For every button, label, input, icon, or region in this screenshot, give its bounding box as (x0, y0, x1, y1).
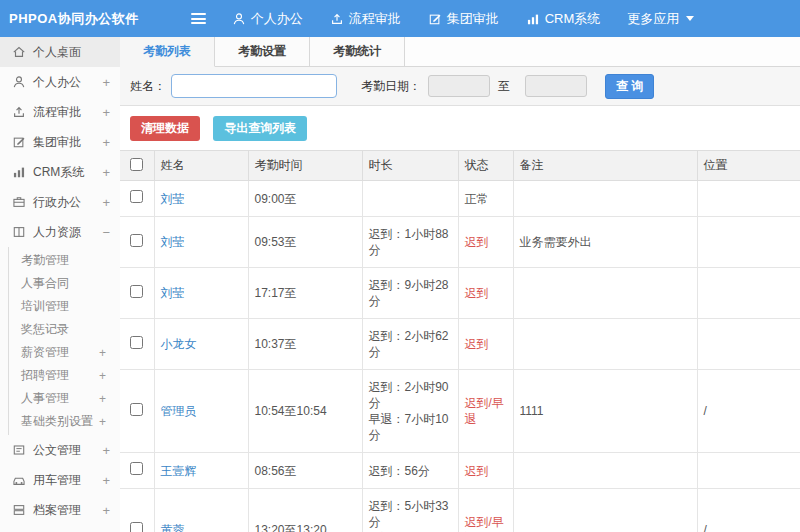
employee-name-link[interactable]: 刘莹 (161, 235, 185, 249)
sidebar-subitem-7[interactable]: 人事管理+ (9, 387, 120, 410)
table-row: 刘莹09:53至迟到：1小时88分迟到业务需要外出 (120, 217, 800, 268)
employee-name-link[interactable]: 小龙女 (161, 337, 197, 351)
sidebar-item-1[interactable]: 个人桌面 (0, 37, 120, 67)
sidebar-item-10[interactable]: 档案管理+ (0, 495, 120, 525)
select-all-checkbox[interactable] (130, 158, 143, 171)
table-row: 管理员10:54至10:54迟到：2小时90分早退：7小时10分迟到/早退111… (120, 370, 800, 453)
sidebar-item-9[interactable]: 用车管理+ (0, 465, 120, 495)
row-checkbox[interactable] (130, 234, 143, 247)
remark-cell: 1111 (513, 370, 697, 453)
date-to-input[interactable] (525, 75, 587, 97)
export-list-button[interactable]: 导出查询列表 (213, 116, 307, 141)
row-select-cell (120, 319, 154, 370)
sidebar-subitem-3[interactable]: 培训管理 (9, 295, 120, 318)
employee-name-link[interactable]: 刘莹 (161, 286, 185, 300)
attendance-table: 姓名考勤时间时长状态备注位置 刘莹09:00至正常刘莹09:53至迟到：1小时8… (120, 150, 800, 532)
expand-toggle-icon[interactable]: + (99, 369, 106, 383)
search-button[interactable]: 查 询 (605, 74, 654, 99)
sidebar-item-label: 个人办公 (33, 74, 102, 91)
expand-toggle-icon[interactable]: + (102, 165, 110, 180)
column-header-3: 时长 (362, 151, 458, 181)
row-select-cell (120, 489, 154, 532)
tab-1[interactable]: 考勤列表 (120, 37, 215, 67)
sidebar-subitem-6[interactable]: 招聘管理+ (9, 364, 120, 387)
sidebar-subitem-5[interactable]: 薪资管理+ (9, 341, 120, 364)
duration-cell: 迟到：9小时28分 (362, 268, 458, 319)
menu-icon[interactable] (191, 13, 206, 24)
sidebar-item-label: 流程审批 (33, 104, 102, 121)
row-select-cell (120, 453, 154, 489)
status-cell: 迟到 (458, 453, 513, 489)
expand-toggle-icon[interactable]: + (102, 75, 110, 90)
sidebar-item-6[interactable]: 行政办公+ (0, 187, 120, 217)
tab-2[interactable]: 考勤设置 (215, 37, 310, 66)
expand-toggle-icon[interactable]: + (99, 346, 106, 360)
employee-name-link[interactable]: 刘莹 (161, 192, 185, 206)
name-cell: 刘莹 (154, 268, 248, 319)
sidebar-item-4[interactable]: 集团审批+ (0, 127, 120, 157)
briefcase-icon (12, 195, 26, 209)
row-checkbox[interactable] (130, 285, 143, 298)
row-checkbox[interactable] (130, 522, 143, 532)
sidebar-item-3[interactable]: 流程审批+ (0, 97, 120, 127)
top-nav-item-3[interactable]: 集团审批 (428, 10, 499, 28)
app-logo[interactable]: PHPOA协同办公软件 (0, 10, 139, 28)
location-cell (697, 217, 800, 268)
table-row: 黄蓉13:20至13:20迟到：5小时33分早退：4小时67分迟到/早退/ (120, 489, 800, 532)
sidebar-subitem-8[interactable]: 基础类别设置+ (9, 410, 120, 433)
expand-toggle-icon[interactable]: + (99, 415, 106, 429)
sidebar-submenu: 考勤管理人事合同培训管理奖惩记录薪资管理+招聘管理+人事管理+基础类别设置+ (8, 247, 120, 435)
expand-toggle-icon[interactable]: + (102, 473, 110, 488)
top-nav: 个人办公流程审批集团审批CRM系统更多应用 (232, 10, 695, 28)
sidebar-item-2[interactable]: 个人办公+ (0, 67, 120, 97)
date-from-input[interactable] (428, 75, 490, 97)
expand-toggle-icon[interactable]: + (99, 392, 106, 406)
duration-line: 迟到：9小时28分 (369, 277, 452, 309)
status-cell: 迟到/早退 (458, 370, 513, 453)
top-nav-item-5[interactable]: 更多应用 (627, 10, 694, 28)
share-icon (12, 105, 26, 119)
employee-name-link[interactable]: 黄蓉 (161, 523, 185, 532)
column-header-2: 考勤时间 (248, 151, 362, 181)
sidebar-subitem-4[interactable]: 奖惩记录 (9, 318, 120, 341)
sidebar-item-8[interactable]: 公文管理+ (0, 435, 120, 465)
expand-toggle-icon[interactable]: + (102, 503, 110, 518)
table-row: 小龙女10:37至迟到：2小时62分迟到 (120, 319, 800, 370)
remark-cell (513, 453, 697, 489)
sidebar-item-label: CRM系统 (33, 164, 102, 181)
expand-toggle-icon[interactable]: + (102, 105, 110, 120)
expand-toggle-icon[interactable]: − (102, 225, 110, 240)
sidebar-item-label: 档案管理 (33, 502, 102, 519)
row-checkbox[interactable] (130, 336, 143, 349)
hr-icon (12, 225, 26, 239)
sidebar-item-7[interactable]: 人力资源− (0, 217, 120, 247)
duration-line: 迟到：1小时88分 (369, 226, 452, 258)
sidebar-subitem-1[interactable]: 考勤管理 (9, 249, 120, 272)
expand-toggle-icon[interactable]: + (102, 443, 110, 458)
expand-toggle-icon[interactable]: + (102, 195, 110, 210)
time-cell: 09:53至 (248, 217, 362, 268)
row-checkbox[interactable] (130, 403, 143, 416)
select-all-header (120, 151, 154, 181)
name-cell: 刘莹 (154, 181, 248, 217)
row-checkbox[interactable] (130, 462, 143, 475)
edit-icon (428, 12, 442, 26)
row-checkbox[interactable] (130, 190, 143, 203)
top-nav-item-4[interactable]: CRM系统 (526, 10, 601, 28)
name-input[interactable] (171, 74, 337, 98)
name-cell: 刘莹 (154, 217, 248, 268)
employee-name-link[interactable]: 王壹辉 (161, 464, 197, 478)
sidebar-item-11[interactable]: 项目管理+ (0, 525, 120, 532)
car-icon (12, 473, 26, 487)
sidebar-item-5[interactable]: CRM系统+ (0, 157, 120, 187)
employee-name-link[interactable]: 管理员 (161, 404, 197, 418)
sidebar-subitem-2[interactable]: 人事合同 (9, 272, 120, 295)
expand-toggle-icon[interactable]: + (102, 135, 110, 150)
sidebar-subitem-label: 人事管理 (21, 390, 99, 407)
top-nav-item-1[interactable]: 个人办公 (232, 10, 303, 28)
tab-3[interactable]: 考勤统计 (310, 37, 405, 66)
main-content: 考勤列表考勤设置考勤统计 姓名： 考勤日期： 至 查 询 清理数据 导出查询列表… (120, 37, 800, 532)
clear-data-button[interactable]: 清理数据 (130, 116, 200, 141)
chart-icon (526, 12, 540, 26)
top-nav-item-2[interactable]: 流程审批 (330, 10, 401, 28)
